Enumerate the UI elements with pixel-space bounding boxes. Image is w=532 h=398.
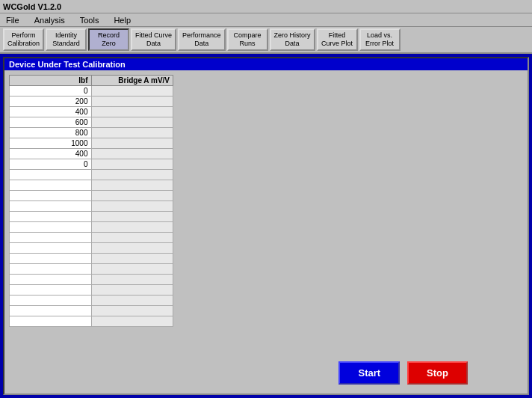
toolbar-btn-identity-standard[interactable]: IdentityStandard (46, 28, 87, 51)
cell-lbf: 400 (10, 149, 92, 159)
toolbar-btn-record-zero[interactable]: RecordZero (88, 28, 129, 51)
cell-bridge (91, 117, 173, 128)
toolbar-btn-fitted-curve-data[interactable]: Fitted CurveData (131, 28, 176, 51)
dut-title: Device Under Test Calibration (4, 58, 528, 70)
table-row (10, 222, 173, 233)
cell-bridge (91, 233, 173, 243)
dut-content: lbf Bridge A mV/V 020040060080010004000 (4, 70, 528, 394)
cell-bridge (91, 212, 173, 222)
col-header-bridge-a: Bridge A mV/V (91, 76, 173, 86)
main-area: Device Under Test Calibration lbf Bridge… (0, 54, 532, 398)
start-button[interactable]: Start (338, 361, 400, 385)
menu-file[interactable]: File (3, 16, 22, 25)
cell-bridge (91, 296, 173, 306)
cell-lbf (10, 233, 92, 243)
cell-bridge (91, 254, 173, 264)
toolbar: PerformCalibration IdentityStandard Reco… (0, 27, 532, 54)
cell-bridge (91, 107, 173, 117)
table-row (10, 264, 173, 275)
cell-bridge (91, 180, 173, 191)
cell-bridge (91, 316, 173, 327)
cell-lbf: 400 (10, 107, 92, 117)
toolbar-btn-fitted-curve-plot[interactable]: FittedCurve Plot (317, 28, 358, 51)
table-row (10, 201, 173, 212)
cell-lbf (10, 170, 92, 180)
cell-lbf: 800 (10, 128, 92, 138)
cell-bridge (91, 191, 173, 201)
col-header-lbf: lbf (10, 76, 92, 86)
table-row (10, 180, 173, 191)
table-row: 800 (10, 128, 173, 138)
table-row (10, 233, 173, 243)
table-row: 400 (10, 107, 173, 117)
cell-bridge (91, 222, 173, 233)
cell-bridge (91, 128, 173, 138)
cell-lbf (10, 254, 92, 264)
cell-bridge (91, 285, 173, 296)
action-buttons: Start Stop (338, 361, 468, 385)
cell-lbf (10, 201, 92, 212)
cell-lbf: 600 (10, 117, 92, 128)
table-row (10, 243, 173, 254)
toolbar-btn-load-vs-error-plot[interactable]: Load vs.Error Plot (359, 28, 400, 51)
table-row (10, 170, 173, 180)
cell-lbf: 1000 (10, 138, 92, 149)
title-bar: WCGold V1.2.0 (0, 0, 532, 13)
table-row (10, 275, 173, 285)
dut-panel: Device Under Test Calibration lbf Bridge… (3, 57, 529, 395)
table-row (10, 296, 173, 306)
cell-lbf (10, 264, 92, 275)
table-row (10, 191, 173, 201)
cell-lbf: 0 (10, 159, 92, 170)
table-row (10, 316, 173, 327)
cell-lbf (10, 316, 92, 327)
menu-analysis[interactable]: Analysis (31, 16, 68, 25)
table-row: 600 (10, 117, 173, 128)
cell-lbf (10, 306, 92, 316)
cell-bridge (91, 243, 173, 254)
cell-bridge (91, 170, 173, 180)
cell-lbf (10, 222, 92, 233)
cell-bridge (91, 306, 173, 316)
toolbar-btn-performance-data[interactable]: PerformanceData (178, 28, 226, 51)
app-title: WCGold V1.2.0 (3, 2, 61, 11)
table-row (10, 212, 173, 222)
cell-bridge (91, 201, 173, 212)
table-row: 0 (10, 86, 173, 97)
cell-lbf (10, 275, 92, 285)
calibration-table: lbf Bridge A mV/V 020040060080010004000 (9, 75, 173, 327)
menu-tools[interactable]: Tools (77, 16, 102, 25)
cell-bridge (91, 275, 173, 285)
calibration-table-body: 020040060080010004000 (10, 86, 173, 327)
table-row (10, 285, 173, 296)
cell-bridge (91, 97, 173, 107)
cell-lbf (10, 212, 92, 222)
cell-lbf (10, 285, 92, 296)
cell-lbf (10, 191, 92, 201)
cell-bridge (91, 86, 173, 97)
table-row: 1000 (10, 138, 173, 149)
toolbar-btn-zero-history-data[interactable]: Zero HistoryData (270, 28, 315, 51)
cell-lbf: 200 (10, 97, 92, 107)
stop-button[interactable]: Stop (407, 361, 468, 385)
cell-lbf: 0 (10, 86, 92, 97)
table-row: 0 (10, 159, 173, 170)
toolbar-btn-compare-runs[interactable]: CompareRuns (227, 28, 268, 51)
table-row: 400 (10, 149, 173, 159)
cell-bridge (91, 159, 173, 170)
cell-bridge (91, 149, 173, 159)
cell-bridge (91, 264, 173, 275)
table-row: 200 (10, 97, 173, 107)
cell-lbf (10, 296, 92, 306)
table-row (10, 306, 173, 316)
menu-bar: File Analysis Tools Help (0, 13, 532, 27)
table-row (10, 254, 173, 264)
cell-lbf (10, 243, 92, 254)
menu-help[interactable]: Help (111, 16, 134, 25)
cell-bridge (91, 138, 173, 149)
cell-lbf (10, 180, 92, 191)
toolbar-btn-perform-calibration[interactable]: PerformCalibration (3, 28, 44, 51)
